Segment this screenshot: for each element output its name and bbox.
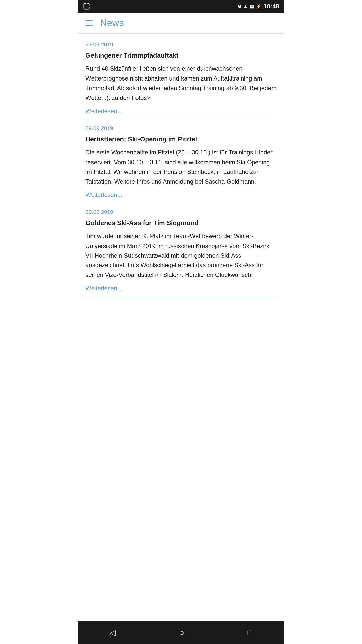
news-readmore-link[interactable]: Weiterlesen... [85, 108, 277, 115]
news-readmore-link[interactable]: Weiterlesen... [85, 285, 277, 292]
battery-icon: ⚡ [256, 4, 262, 9]
menu-line-3 [85, 25, 93, 26]
wifi-icon: ▲ [243, 4, 248, 9]
news-readmore-link[interactable]: Weiterlesen... [85, 191, 277, 198]
status-time: 10:48 [264, 3, 279, 10]
news-item: 29.09.2019Goldenes Ski-Ass für Tim Siegm… [85, 204, 277, 297]
status-bar-right: ⊖ ▲ ▤ ⚡ 10:48 [238, 3, 279, 10]
news-body: Rund 40 Skizünftler ließen sich von eine… [85, 64, 277, 103]
minus-icon: ⊖ [238, 4, 241, 9]
menu-line-2 [85, 23, 93, 23]
news-headline: Goldenes Ski-Ass für Tim Siegmund [85, 218, 277, 227]
news-headline: Herbstferien: Ski-Opening im Pitztal [85, 135, 277, 144]
status-bar: ⊖ ▲ ▤ ⚡ 10:48 [78, 0, 284, 13]
news-body: Die erste Wochenhälfte im Pitztal (26. -… [85, 148, 277, 186]
news-headline: Gelungener Trimmpfadauftakt [85, 51, 277, 60]
news-date: 29.09.2019 [85, 209, 277, 215]
news-item: 29.09.2019Gelungener TrimmpfadauftaktRun… [85, 39, 277, 120]
news-date: 29.09.2019 [85, 41, 277, 48]
status-bar-left [83, 3, 90, 10]
news-container: 29.09.2019Gelungener TrimmpfadauftaktRun… [78, 34, 284, 302]
news-body: Tim wurde für seinen 9. Platz im Team-We… [85, 231, 277, 280]
signal-icon: ▤ [250, 4, 254, 9]
news-item: 29.09.2019Herbstferien: Ski-Opening im P… [85, 120, 277, 204]
news-date: 29.09.2019 [85, 125, 277, 132]
menu-button[interactable] [85, 20, 93, 26]
menu-line-1 [85, 20, 93, 21]
spinner-icon [83, 3, 90, 10]
toolbar: News [78, 13, 284, 34]
page-title: News [100, 18, 124, 28]
